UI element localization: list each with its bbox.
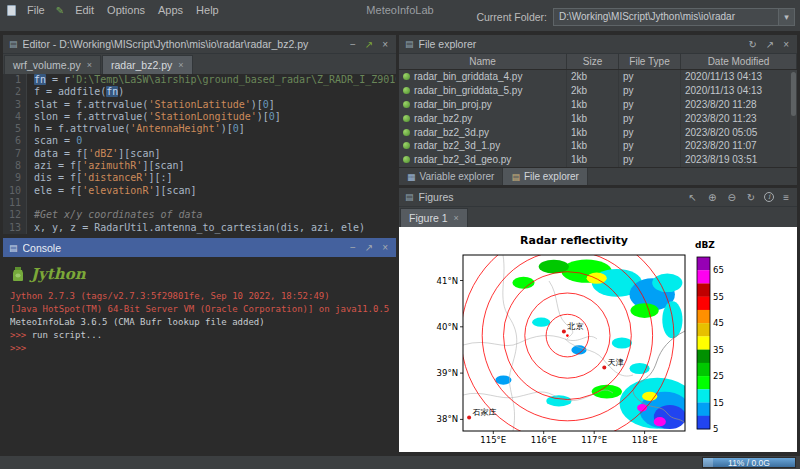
tab-label: File explorer: [524, 171, 579, 182]
memory-text: 11% / 0.0G: [728, 458, 770, 468]
code-line-text[interactable]: slon = f.attrvalue('StationLongitude')[0…: [27, 111, 281, 123]
code-line-text[interactable]: #Get x/y coordinates of data: [27, 209, 203, 221]
file-name-cell: radar_bin_griddata_4.py: [399, 70, 567, 84]
code-editor[interactable]: 1fn = r'D:\Temp\LaSW\airship\ground_base…: [3, 74, 396, 235]
jython-logo: Jython: [10, 262, 389, 286]
zoom-in-icon[interactable]: ⊕: [706, 192, 718, 203]
tab-close-icon[interactable]: ×: [87, 60, 92, 70]
column-header[interactable]: Date Modified: [681, 54, 797, 69]
line-number: 13: [3, 222, 27, 234]
file-row[interactable]: radar_bz2_3d_geo.py1kbpy2023/8/19 03:51: [399, 153, 797, 167]
figures-panel-icon: ▤: [405, 192, 414, 202]
close-icon[interactable]: ×: [380, 39, 390, 50]
close-icon[interactable]: ×: [380, 242, 390, 253]
identify-info-icon[interactable]: i: [764, 192, 774, 202]
chevron-down-icon[interactable]: ▾: [778, 9, 794, 25]
meteoinfolab-window: File ✎ Edit Options Apps Help MeteoInfoL…: [0, 0, 800, 469]
float-icon[interactable]: ↗: [363, 242, 375, 253]
python-file-icon: [403, 73, 410, 80]
console-output[interactable]: Jython Jython 2.7.3 (tags/v2.7.3:5f29801…: [3, 257, 396, 452]
python-file-icon: [403, 142, 410, 149]
code-line-text[interactable]: f = addfile(fn): [27, 86, 124, 98]
python-file-icon: [403, 156, 410, 163]
column-header[interactable]: Size: [567, 54, 619, 69]
menu-edit[interactable]: Edit: [73, 3, 96, 17]
tab-file-explorer[interactable]: ▤ File explorer: [503, 168, 588, 185]
file-cell: py: [619, 153, 681, 167]
code-line-text[interactable]: fn = r'D:\Temp\LaSW\airship\ground_based…: [27, 74, 396, 86]
close-icon[interactable]: ×: [781, 39, 791, 50]
file-cell: py: [619, 111, 681, 125]
colorbar-tick-label: 25: [713, 371, 724, 381]
code-line: 6scan = 0: [3, 135, 396, 147]
file-row[interactable]: radar_bin_griddata_5.py2kbpy2020/11/13 0…: [399, 84, 797, 98]
file-row[interactable]: radar_bz2_3d_1.py1kbpy2023/8/20 11:07: [399, 139, 797, 153]
file-cell: 2023/8/20 05:05: [681, 125, 797, 139]
float-icon[interactable]: ↗: [764, 39, 776, 50]
refresh-icon[interactable]: ↻: [746, 39, 758, 50]
city-dot: [602, 366, 606, 370]
new-script-icon[interactable]: [7, 5, 16, 16]
menu-file[interactable]: File: [25, 3, 47, 17]
editor-panel-icon: ▤: [9, 39, 18, 49]
code-line-text[interactable]: azi = f['azimuthR'][scan]: [27, 160, 185, 172]
code-line-text[interactable]: ele = f['elevationR'][scan]: [27, 185, 197, 197]
file-cell: 1kb: [567, 125, 619, 139]
refresh-icon[interactable]: ↻: [745, 192, 757, 203]
file-cell: 2023/8/20 11:23: [681, 111, 797, 125]
console-line: >>> run script...: [10, 329, 389, 342]
code-line-text[interactable]: h = f.attrvalue('AntennaHeight')[0]: [27, 123, 245, 135]
tab-wrf-volume-py[interactable]: wrf_volume.py ×: [4, 55, 101, 74]
minimize-icon[interactable]: −: [348, 242, 358, 253]
file-cell: py: [619, 84, 681, 98]
editor-panel: ▤ Editor - D:\Working\MIScript\Jython\mi…: [3, 35, 396, 235]
tab-close-icon[interactable]: ×: [454, 213, 459, 223]
file-cell: 1kb: [567, 139, 619, 153]
file-explorer-title: File explorer: [419, 38, 742, 50]
code-line-text[interactable]: dis = f['distanceR'][:]: [27, 172, 173, 184]
console-line: [Java HotSpot(TM) 64-Bit Server VM (Orac…: [10, 303, 389, 316]
column-header[interactable]: File Type: [619, 54, 681, 69]
console-panel: ▤ Console − ↗ × Jython Jyth: [3, 238, 396, 452]
scrollbar[interactable]: [790, 70, 797, 167]
tab-radar-bz2-py[interactable]: radar_bz2.py ×: [102, 55, 193, 74]
console-line: MeteoInfoLab 3.6.5 (CMA Bufr lookup file…: [10, 316, 389, 329]
figure-canvas[interactable]: 115°E116°E117°E118°E38°N39°N40°N41°NRada…: [399, 227, 797, 452]
code-line-text[interactable]: [27, 197, 34, 209]
menu-icon[interactable]: ≡: [781, 192, 791, 203]
file-row[interactable]: radar_bz2_3d.py1kbpy2023/8/20 05:05: [399, 125, 797, 139]
menu-options[interactable]: Options: [105, 3, 147, 17]
file-row[interactable]: radar_bz2.py1kbpy2023/8/20 11:23: [399, 111, 797, 125]
menu-apps[interactable]: Apps: [156, 3, 185, 17]
zoom-out-icon[interactable]: ⊖: [725, 192, 737, 203]
scrollbar-thumb[interactable]: [791, 72, 796, 116]
code-line-text[interactable]: x, y, z = RadarUtil.antenna_to_cartesian…: [27, 222, 365, 234]
line-number: 7: [3, 148, 27, 160]
tab-figure-1[interactable]: Figure 1 ×: [400, 208, 468, 227]
menu-help[interactable]: Help: [194, 3, 221, 17]
tab-variable-explorer[interactable]: ▦ Variable explorer: [399, 168, 503, 185]
code-line: 13x, y, z = RadarUtil.antenna_to_cartesi…: [3, 222, 396, 234]
svg-text:40°N: 40°N: [437, 322, 458, 332]
code-line-text[interactable]: slat = f.attrvalue('StationLatitude')[0]: [27, 99, 275, 111]
column-header[interactable]: Name: [399, 54, 567, 69]
edit-pencil-icon[interactable]: ✎: [56, 5, 64, 16]
figures-panel-header: ▤ Figures ↖ ⊕ ⊖ ↻ i ≡: [399, 188, 797, 207]
city-dot: [562, 329, 566, 333]
tab-close-icon[interactable]: ×: [178, 60, 183, 70]
current-folder-bar: Current Folder: D:\Working\MIScript\Jyth…: [476, 8, 795, 26]
memory-indicator[interactable]: 11% / 0.0G: [702, 457, 796, 468]
float-icon[interactable]: ↗: [363, 39, 375, 50]
file-name-cell: radar_bz2_3d.py: [399, 125, 567, 139]
select-cursor-icon[interactable]: ↖: [687, 192, 699, 203]
current-folder-combobox[interactable]: D:\Working\MIScript\Jython\mis\io\radar …: [553, 8, 795, 26]
radar-reflectivity-chart: 115°E116°E117°E118°E38°N39°N40°N41°NRada…: [399, 227, 797, 452]
code-line-text[interactable]: data = f['dBZ'][scan]: [27, 148, 160, 160]
code-line-text[interactable]: scan = 0: [27, 135, 82, 147]
minimize-icon[interactable]: −: [348, 39, 358, 50]
file-row[interactable]: radar_bin_proj.py1kbpy2023/8/20 11:28: [399, 98, 797, 112]
code-line: 8azi = f['azimuthR'][scan]: [3, 160, 396, 172]
line-number: 4: [3, 111, 27, 123]
file-row[interactable]: radar_bin_griddata_4.py2kbpy2020/11/13 0…: [399, 70, 797, 84]
python-file-icon: [403, 115, 410, 122]
